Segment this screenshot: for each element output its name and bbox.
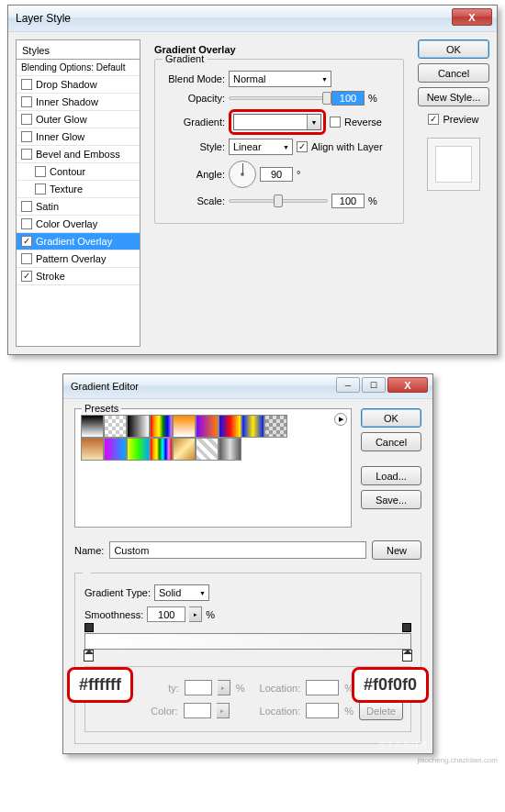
chevron-right-icon[interactable]: ▸ [189,606,202,622]
maximize-button[interactable]: ☐ [362,377,386,393]
stop-location [306,680,339,695]
preset-swatch[interactable] [127,415,150,438]
opacity-label: Opacity: [164,93,225,104]
style-checkbox[interactable] [21,271,32,282]
gt-label-prefix [83,567,91,578]
titlebar[interactable]: Layer Style X [8,6,497,32]
blending-options[interactable]: Blending Options: Default [17,60,140,76]
blend-mode-label: Blend Mode: [164,73,225,84]
cancel-button[interactable]: Cancel [418,63,489,83]
watermark: 查字典教程网 [377,740,427,751]
opacity-value[interactable]: 100 [331,91,365,106]
save-button[interactable]: Save... [361,490,421,509]
gradient-picker[interactable]: ▼ [233,114,321,130]
preset-swatch[interactable] [81,415,104,438]
align-checkbox[interactable] [297,141,308,152]
preset-swatch[interactable] [219,438,241,461]
color-stop-right[interactable] [402,650,412,662]
style-dropdown[interactable]: Linear [229,139,293,155]
style-label: Gradient Overlay [36,236,112,247]
style-item[interactable]: Stroke [17,268,140,285]
titlebar[interactable]: Gradient Editor ─ ☐ X [63,374,432,399]
style-checkbox[interactable] [21,236,32,247]
style-label: Drop Shadow [36,79,97,90]
close-button[interactable]: X [452,8,492,26]
style-label: Color Overlay [36,218,97,229]
preset-swatch[interactable] [173,438,196,461]
style-label: Inner Glow [36,131,84,142]
style-checkbox[interactable] [21,149,32,160]
blend-mode-dropdown[interactable]: Normal [229,71,331,87]
style-item[interactable]: Texture [17,181,140,198]
gradient-legend: Gradient [163,53,207,64]
reverse-checkbox[interactable] [330,117,341,128]
scale-slider[interactable] [229,199,328,203]
style-item[interactable]: Pattern Overlay [17,250,140,268]
cancel-button[interactable]: Cancel [361,432,421,451]
preview-swatch [427,138,480,191]
style-item[interactable]: Contour [17,163,140,181]
angle-dial[interactable] [229,161,256,188]
style-item[interactable]: Inner Shadow [17,94,140,111]
presets-menu-icon[interactable]: ▶ [334,413,347,426]
preset-swatch[interactable] [127,438,150,461]
minimize-button[interactable]: ─ [336,377,360,393]
style-checkbox[interactable] [21,114,32,125]
style-checkbox[interactable] [35,184,46,195]
chevron-down-icon[interactable]: ▼ [307,115,320,129]
style-checkbox[interactable] [21,79,32,90]
preset-swatch[interactable] [150,415,173,438]
style-checkbox[interactable] [21,201,32,212]
style-label: Outer Glow [36,114,87,125]
gradient-type-dropdown[interactable]: Solid [154,584,209,601]
preview-checkbox[interactable] [428,114,439,125]
close-button[interactable]: X [387,377,428,393]
opacity-stop-right[interactable] [402,623,411,632]
preset-swatch[interactable] [241,415,264,438]
chevron-right-icon: ▸ [218,680,230,695]
style-checkbox[interactable] [21,96,32,107]
scale-value[interactable]: 100 [331,194,365,208]
watermark-url: jiaocheng.chazidian.com [0,754,505,766]
styles-header[interactable]: Styles [17,42,140,60]
style-item[interactable]: Inner Glow [17,128,140,146]
presets-panel: Presets ▶ [74,408,352,528]
ok-button[interactable]: OK [418,39,489,59]
smoothness-value[interactable]: 100 [147,606,185,622]
new-style-button[interactable]: New Style... [418,87,489,106]
preset-swatch[interactable] [150,438,173,461]
style-item[interactable]: Outer Glow [17,111,140,128]
style-item[interactable]: Color Overlay [17,216,140,233]
style-item[interactable]: Gradient Overlay [17,233,140,250]
preset-swatch[interactable] [81,438,104,461]
name-label: Name: [74,545,104,556]
stop-color [184,703,211,718]
style-label: Contour [50,166,85,177]
preset-swatch[interactable] [104,415,127,438]
opacity-slider[interactable] [229,96,328,100]
style-item[interactable]: Bevel and Emboss [17,146,140,163]
preset-swatch[interactable] [173,415,196,438]
style-item[interactable]: Drop Shadow [17,76,140,94]
preset-swatch[interactable] [196,415,219,438]
preset-swatch[interactable] [264,415,287,438]
preset-swatch[interactable] [104,438,127,461]
preset-swatch[interactable] [219,415,241,438]
load-button[interactable]: Load... [361,466,421,485]
style-checkbox[interactable] [35,166,46,177]
ok-button[interactable]: OK [361,408,421,428]
new-button[interactable]: New [372,540,421,560]
color-stop-left[interactable] [84,650,94,662]
preset-swatch[interactable] [196,438,219,461]
style-item[interactable]: Satin [17,198,140,216]
stop-opacity [185,680,212,695]
opacity-stop-left[interactable] [84,623,94,632]
degree-label: ° [297,169,300,180]
angle-label: Angle: [164,169,225,180]
style-checkbox[interactable] [21,253,32,264]
angle-value[interactable]: 90 [260,167,293,182]
style-checkbox[interactable] [21,218,32,229]
name-input[interactable] [109,541,366,559]
gradient-bar[interactable] [84,633,411,650]
style-checkbox[interactable] [21,131,32,142]
